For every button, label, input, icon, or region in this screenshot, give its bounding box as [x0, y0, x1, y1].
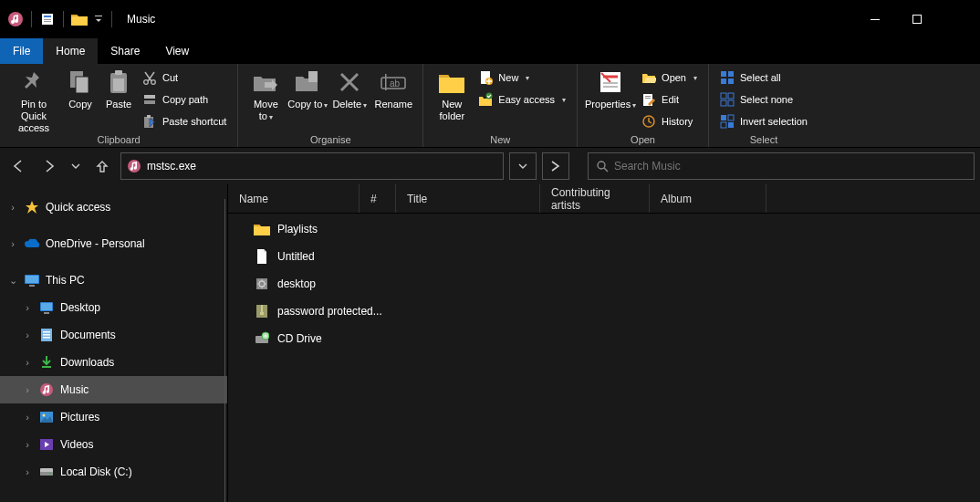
sidebar-item-videos[interactable]: › Videos [0, 431, 227, 458]
cut-button[interactable]: Cut [139, 68, 230, 88]
sidebar-resize-handle[interactable] [224, 199, 225, 502]
history-button[interactable]: History [638, 111, 701, 131]
search-box[interactable] [588, 152, 975, 180]
column-album[interactable]: Album [650, 184, 766, 213]
easy-access-button[interactable]: Easy access▾ [474, 89, 569, 110]
title-bar: Music [0, 0, 980, 38]
file-item-desktop-ini[interactable]: desktop [228, 270, 980, 298]
new-item-button[interactable]: New▾ [474, 68, 569, 88]
up-button[interactable] [89, 153, 115, 179]
sidebar-item-quick-access[interactable]: › Quick access [0, 193, 227, 221]
svg-rect-30 [645, 96, 651, 97]
music-icon [38, 382, 55, 398]
delete-button[interactable]: Delete▾ [329, 66, 370, 111]
properties-qat-icon[interactable] [39, 11, 56, 27]
tab-view[interactable]: View [152, 38, 202, 64]
local-disk-label: Local Disk (C:) [60, 465, 132, 478]
sidebar-item-documents[interactable]: › Documents [0, 321, 227, 349]
column-title[interactable]: Title [396, 184, 540, 213]
music-folder-icon [7, 11, 24, 27]
sidebar-item-desktop[interactable]: › Desktop [0, 294, 227, 321]
svg-rect-37 [721, 93, 726, 99]
minimize-button[interactable] [854, 5, 896, 33]
tab-share[interactable]: Share [98, 38, 152, 64]
copy-to-button[interactable]: Copy to▾ [287, 66, 328, 111]
chevron-right-icon[interactable]: › [22, 302, 33, 313]
svg-rect-42 [728, 115, 734, 120]
back-button[interactable] [5, 153, 31, 179]
address-history-button[interactable] [509, 152, 537, 180]
svg-point-25 [486, 93, 493, 99]
chevron-right-icon[interactable]: › [7, 238, 18, 249]
chevron-right-icon[interactable]: › [22, 357, 33, 368]
chevron-right-icon[interactable]: › [22, 329, 33, 340]
file-view: Name # Title Contributing artists Album … [228, 184, 980, 502]
column-artists[interactable]: Contributing artists [540, 184, 650, 213]
copy-path-button[interactable]: Copy path [139, 89, 230, 110]
recent-locations-button[interactable] [68, 153, 84, 179]
search-input[interactable] [614, 160, 966, 173]
chevron-right-icon[interactable]: › [22, 439, 33, 450]
select-none-label: Select none [740, 94, 793, 105]
svg-rect-18 [147, 115, 151, 118]
svg-rect-12 [113, 78, 124, 91]
select-none-button[interactable]: Select none [716, 89, 811, 110]
properties-button[interactable]: Properties▾ [585, 66, 636, 111]
ribbon-group-new: New folder New▾ Easy access▾ New [423, 64, 578, 147]
chevron-down-icon[interactable]: ⌄ [7, 275, 18, 287]
sidebar-item-onedrive[interactable]: › OneDrive - Personal [0, 230, 227, 257]
properties-label: Properties▾ [585, 99, 636, 111]
go-button[interactable] [542, 152, 569, 180]
paste-button[interactable]: Paste [100, 66, 137, 110]
cut-icon [142, 70, 157, 85]
select-all-button[interactable]: Select all [716, 68, 811, 88]
new-folder-button[interactable]: New folder [431, 66, 473, 122]
file-item-cd-drive[interactable]: CD Drive [228, 325, 980, 352]
svg-rect-33 [721, 71, 726, 77]
dropdown-icon: ▾ [324, 101, 328, 110]
sidebar-item-this-pc[interactable]: ⌄ This PC [0, 267, 227, 294]
invert-selection-label: Invert selection [740, 116, 808, 127]
sidebar-item-pictures[interactable]: › Pictures [0, 403, 227, 431]
svg-rect-28 [603, 86, 618, 88]
file-item-password-protected[interactable]: password protected... [228, 298, 980, 325]
sidebar-item-downloads[interactable]: › Downloads [0, 349, 227, 376]
cd-drive-icon [254, 330, 270, 347]
chevron-right-icon[interactable]: › [7, 202, 18, 213]
file-item-playlists[interactable]: Playlists [228, 215, 980, 243]
chevron-right-icon[interactable]: › [22, 412, 33, 423]
chevron-right-icon[interactable]: › [22, 466, 33, 477]
tab-home[interactable]: Home [43, 38, 98, 64]
sidebar-item-local-disk[interactable]: › Local Disk (C:) [0, 458, 227, 486]
file-item-untitled[interactable]: Untitled [228, 243, 980, 270]
invert-selection-button[interactable]: Invert selection [716, 111, 811, 131]
edit-icon [641, 92, 656, 107]
copy-button[interactable]: Copy [62, 66, 99, 110]
forward-button[interactable] [36, 153, 62, 179]
svg-rect-2 [44, 16, 51, 17]
folder-qat-icon[interactable] [71, 11, 88, 27]
quick-access-toolbar: Music [0, 11, 155, 27]
tab-file[interactable]: File [0, 38, 43, 64]
copy-to-label: Copy to▾ [287, 99, 328, 111]
svg-rect-36 [728, 78, 734, 84]
paste-shortcut-button[interactable]: Paste shortcut [139, 111, 230, 131]
rename-button[interactable]: ab Rename [371, 66, 415, 110]
dropdown-icon: ▾ [363, 101, 367, 110]
column-name[interactable]: Name [228, 184, 360, 213]
qat-dropdown-icon[interactable] [93, 11, 104, 27]
svg-rect-51 [41, 303, 52, 310]
pin-to-quick-access-button[interactable]: Pin to Quick access [7, 66, 60, 134]
address-input[interactable] [147, 160, 497, 173]
svg-point-46 [598, 162, 605, 169]
chevron-right-icon[interactable]: › [22, 384, 33, 395]
sidebar-item-music[interactable]: › Music [0, 376, 227, 403]
svg-rect-69 [260, 312, 264, 315]
maximize-button[interactable] [896, 5, 938, 33]
address-bar[interactable] [120, 152, 504, 180]
open-button[interactable]: Open▾ [638, 68, 701, 88]
column-number[interactable]: # [360, 184, 396, 213]
move-to-button[interactable]: Move to▾ [245, 66, 286, 123]
edit-button[interactable]: Edit [638, 89, 701, 110]
svg-rect-27 [603, 82, 618, 84]
